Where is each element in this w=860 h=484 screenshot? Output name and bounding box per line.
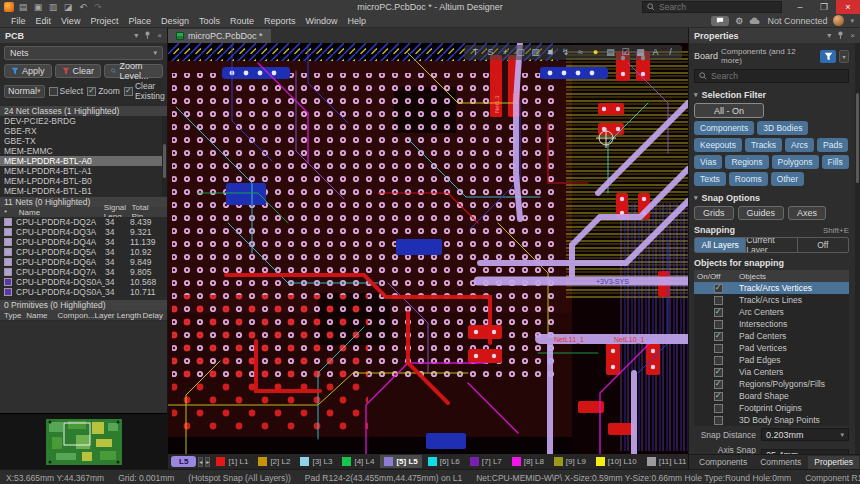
select-checkbox[interactable] [49,87,58,96]
layer-tab[interactable]: [6] L6 [424,455,464,468]
snap-object-row[interactable]: Regions/Polygons/Fills [694,378,849,390]
snap-checkbox[interactable] [714,344,723,353]
net-row[interactable]: CPU-LPDDR4-DQ5A3410.92 [0,247,167,257]
chart-icon[interactable]: ▦ [634,45,647,60]
snap-object-row-selected[interactable]: Track/Arcs Vertices [694,282,849,294]
snap-object-row[interactable]: Footprint Origins [694,402,849,414]
layer-tab[interactable]: [8] L8 [508,455,548,468]
option-zoom[interactable]: Zoom [87,86,120,96]
option-clear-existing[interactable]: Clear Existing [124,81,165,101]
menu-window[interactable]: Window [301,16,343,26]
panel-chevron-down-icon[interactable]: ▾ [827,31,831,41]
layer-tab[interactable]: [2] L2 [254,455,294,468]
chip-polygons[interactable]: Polygons [772,155,819,169]
snap-options-section[interactable]: ▾ Snap Options [689,190,854,205]
snap-object-row[interactable]: Pad Centers [694,330,849,342]
grids-button[interactable]: Grids [694,206,734,220]
net-class-item[interactable]: MEM-LPDDR4-BTL-B0 [0,176,167,186]
snap-checkbox[interactable] [714,284,723,293]
fill-icon[interactable]: ■ [544,45,557,60]
panel-close-icon[interactable]: × [850,31,855,41]
layer-tab-active[interactable]: [5] L5 [380,455,421,468]
guides-button[interactable]: Guides [738,206,785,220]
panel-pin-icon[interactable] [144,31,151,41]
pcb-mode-dropdown[interactable]: Nets ▾ [4,46,163,60]
lasso-icon[interactable]: S [484,45,497,60]
filter-dropdown-button[interactable]: ▾ [839,50,849,63]
net-class-item[interactable]: MEM-LPDDR4-BTL-A1 [0,166,167,176]
chip-3d-bodies[interactable]: 3D Bodies [757,121,808,135]
layer-tab[interactable]: [7] L7 [466,455,506,468]
tab-comments[interactable]: Comments [754,456,807,469]
layer-tab[interactable]: [1] L1 [212,455,252,468]
snap-checkbox[interactable] [714,308,723,317]
chip-texts[interactable]: Texts [694,172,726,186]
clear-button[interactable]: Clear [55,64,102,78]
net-class-item-selected[interactable]: MEM-LPDDR4-BTL-A0 [0,156,167,166]
tab-components[interactable]: Components [693,456,753,469]
avatar[interactable] [833,15,844,26]
zoom-checkbox[interactable] [87,87,96,96]
restore-button[interactable]: ❐ [812,0,836,14]
measure-icon[interactable]: ≈ [574,45,587,60]
open-document-icon[interactable]: ▣ [33,2,43,12]
undo-icon[interactable]: ↶ [78,2,88,12]
snap-object-row[interactable]: Pad Vertices [694,342,849,354]
board-preview[interactable] [0,413,167,469]
tab-properties[interactable]: Properties [808,456,859,469]
snap-checkbox[interactable] [714,320,723,329]
pad-stack-icon[interactable]: ▥ [529,45,542,60]
document-tab[interactable]: microPC.PcbDoc * [168,29,271,43]
menu-route[interactable]: Route [225,16,259,26]
selection-filter-section[interactable]: ▾ Selection Filter [689,87,854,102]
layer-tab[interactable]: [11] L11 [643,455,691,468]
snap-checkbox[interactable] [714,296,723,305]
menu-design[interactable]: Design [156,16,194,26]
panel-chevron-down-icon[interactable]: ▾ [134,31,138,41]
pcb-canvas[interactable]: +3V3-SYS NetL11_1 NetL10_1 Net1.3 3V3-RP… [168,43,688,454]
account-chevron-down-icon[interactable]: ▾ [850,17,854,25]
net-row[interactable]: CPU-LPDDR4-DQS0A_N3410.568 [0,277,167,287]
snap-object-row[interactable]: Track/Arcs Lines [694,294,849,306]
close-button[interactable]: × [836,0,860,14]
net-row[interactable]: CPU-LPDDR4-DQ7A349.805 [0,267,167,277]
layer-tab[interactable]: [9] L9 [550,455,590,468]
option-select[interactable]: Select [49,86,84,96]
net-row[interactable]: CPU-LPDDR4-DQ4A3411.139 [0,237,167,247]
global-search-box[interactable] [642,1,782,13]
filter-icon[interactable]: T [469,45,482,60]
chip-vias[interactable]: Vias [694,155,722,169]
chip-regions[interactable]: Regions [725,155,768,169]
net-class-item[interactable]: MEM-LPDDR4-BTL-B1 [0,186,167,196]
net-class-item[interactable]: GBE-TX [0,136,167,146]
save-icon[interactable]: ▥ [48,2,58,12]
zoom-level-button[interactable]: Zoom Level... [104,64,163,78]
chip-other[interactable]: Other [771,172,804,186]
chip-rooms[interactable]: Rooms [729,172,768,186]
chip-keepouts[interactable]: Keepouts [694,138,742,152]
net-class-item[interactable]: MEM-EMMC [0,146,167,156]
axis-snap-range-input[interactable]: 25.4mm [761,449,849,455]
current-layer-chip[interactable]: L5 [171,456,196,467]
menu-place[interactable]: Place [123,16,156,26]
layer-stack-icon[interactable]: ▤ [604,45,617,60]
menu-project[interactable]: Project [85,16,123,26]
mode-current-layer[interactable]: Current Layer [746,238,797,252]
snap-object-row[interactable]: Intersections [694,318,849,330]
comment-bubble-icon[interactable] [711,16,729,26]
properties-search-input[interactable] [711,71,831,81]
check-edit-icon[interactable]: ☑ [619,45,632,60]
redo-icon[interactable]: ↷ [93,2,103,12]
move-icon[interactable]: + [499,45,512,60]
menu-tools[interactable]: Tools [194,16,225,26]
snap-checkbox[interactable] [714,356,723,365]
bulb-icon[interactable]: ● [589,45,602,60]
layer-scroll-left[interactable]: ◂ [198,457,203,467]
route-icon[interactable]: ↯ [559,45,572,60]
menu-edit[interactable]: Edit [31,16,57,26]
properties-search-box[interactable] [694,69,849,83]
snap-distance-input[interactable]: 0.203mm▾ [761,428,849,441]
layer-tab[interactable]: [10] L10 [592,455,641,468]
chip-arcs[interactable]: Arcs [785,138,814,152]
snap-checkbox[interactable] [714,380,723,389]
